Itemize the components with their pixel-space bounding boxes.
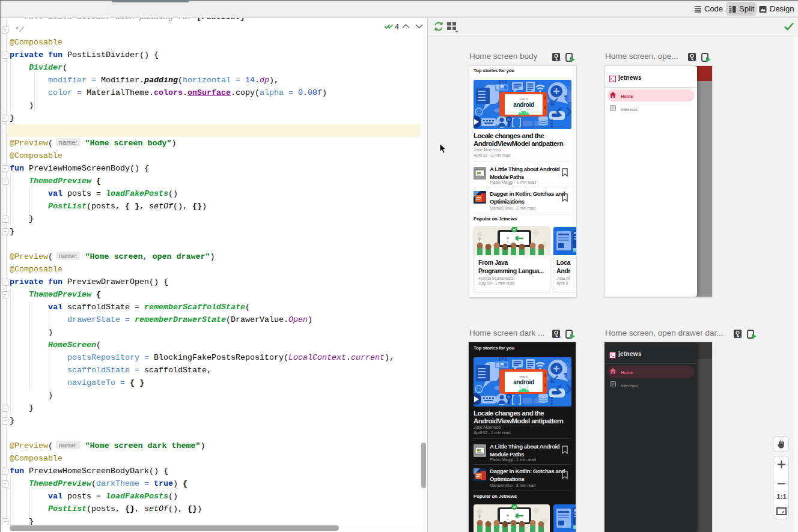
svg-text:1:1: 1:1 [776, 493, 787, 500]
svg-text:4: 4 [395, 23, 399, 31]
